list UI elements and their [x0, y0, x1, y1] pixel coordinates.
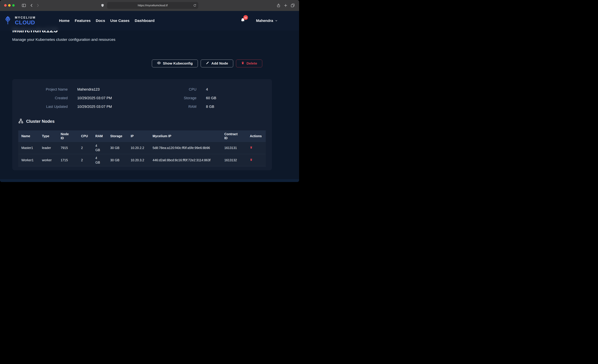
column-header-node-id: Node ID	[58, 130, 78, 142]
notifications-button[interactable]: 11	[240, 17, 245, 24]
cell-contract-id: 1613131	[221, 142, 247, 154]
add-node-label: Add Node	[211, 61, 228, 65]
created-value: 10/29/2025 03:07 PM	[77, 96, 140, 100]
back-icon[interactable]	[30, 3, 34, 8]
cluster-nodes-table: Name Type Node ID CPU RAM Storage IP Myc…	[18, 130, 266, 166]
column-header-contract-id: Contract ID	[221, 130, 247, 142]
table-header-row: Name Type Node ID CPU RAM Storage IP Myc…	[18, 130, 266, 142]
nav-item-dashboard[interactable]: Dashboard	[135, 18, 155, 23]
minimize-window-button[interactable]	[8, 4, 11, 7]
ram-label: RAM	[150, 104, 196, 109]
cell-ram: 4 GB	[92, 142, 107, 154]
footer-strip	[0, 179, 299, 182]
column-header-actions: Actions	[247, 130, 266, 142]
page-viewport: Mahendra123 Manage your Kubernetes clust…	[0, 11, 299, 182]
column-header-storage: Storage	[107, 130, 128, 142]
project-name-value: Mahendra123	[77, 87, 140, 92]
cluster-info-grid: Project Name Mahendra123 CPU 4 Created 1…	[18, 87, 266, 109]
primary-nav: Home Features Docs Use Cases Dashboard	[59, 18, 155, 23]
add-node-button[interactable]: Add Node	[201, 59, 233, 67]
logo-line-mycelium: MYCELIUM	[15, 16, 36, 19]
cell-actions	[247, 154, 266, 166]
column-header-cpu: CPU	[78, 130, 92, 142]
logo[interactable]: MYCELIUM CLOUD	[3, 16, 36, 26]
nav-item-docs[interactable]: Docs	[96, 18, 105, 23]
column-header-type: Type	[39, 130, 58, 142]
delete-node-button[interactable]	[250, 158, 253, 161]
close-window-button[interactable]	[4, 4, 7, 7]
ram-value: 8 GB	[206, 104, 266, 109]
cell-name: Master1	[18, 142, 39, 154]
cell-mycelium-ip: 5d8:78ea:a120:f40c:ff0f:a5fe:99e6:8b96	[150, 142, 221, 154]
column-header-ram: RAM	[92, 130, 107, 142]
column-header-name: Name	[18, 130, 39, 142]
mycelium-logo-icon	[3, 16, 13, 26]
storage-label: Storage	[150, 96, 196, 100]
fullscreen-window-button[interactable]	[12, 4, 15, 7]
cluster-nodes-header: Cluster Nodes	[18, 118, 266, 124]
cell-name: Worker1	[18, 154, 39, 166]
table-row-worker1: Worker1 worker 1715 2 4 GB 30 GB 10.20.3…	[18, 154, 266, 166]
column-header-ip: IP	[128, 130, 150, 142]
sidebar-toggle-icon[interactable]	[22, 3, 26, 8]
nav-item-use-cases[interactable]: Use Cases	[110, 18, 129, 23]
delete-node-button[interactable]	[250, 146, 253, 149]
last-updated-value: 10/29/2025 03:07 PM	[77, 104, 140, 109]
last-updated-label: Last Updated	[18, 104, 68, 109]
new-tab-icon[interactable]	[284, 3, 288, 8]
trash-icon	[250, 146, 253, 149]
pencil-icon	[206, 61, 209, 66]
column-header-mycelium-ip: Mycelium IP	[150, 130, 221, 142]
privacy-shield-icon[interactable]	[101, 3, 104, 8]
trash-icon	[241, 61, 244, 66]
show-kubeconfig-button[interactable]: Show Kubeconfig	[152, 59, 198, 67]
logo-line-cloud: CLOUD	[15, 20, 36, 25]
trash-icon	[250, 158, 253, 161]
notification-badge: 11	[243, 15, 248, 20]
cell-storage: 30 GB	[107, 142, 128, 154]
delete-cluster-button[interactable]: Delete	[236, 59, 262, 67]
storage-value: 60 GB	[206, 96, 266, 100]
cell-node-id: 7915	[58, 142, 78, 154]
site-navbar: MYCELIUM CLOUD Home Features Docs Use Ca…	[0, 11, 299, 31]
cell-type: worker	[39, 154, 58, 166]
cpu-value: 4	[206, 87, 266, 92]
cell-cpu: 2	[78, 142, 92, 154]
cell-node-id: 1715	[58, 154, 78, 166]
project-name-label: Project Name	[18, 87, 68, 92]
window-controls	[4, 4, 15, 7]
nav-item-home[interactable]: Home	[59, 18, 70, 23]
created-label: Created	[18, 96, 68, 100]
toolbar-right-icons	[276, 3, 295, 8]
nav-item-features[interactable]: Features	[75, 18, 91, 23]
cluster-nodes-title: Cluster Nodes	[26, 119, 54, 124]
logo-text: MYCELIUM CLOUD	[15, 16, 36, 25]
address-bar-group: https://myceliumcloud.tf	[101, 2, 198, 9]
share-icon[interactable]	[276, 3, 281, 8]
user-menu[interactable]: Mahendra	[256, 19, 278, 23]
cell-ip: 10.20.3.2	[128, 154, 150, 166]
forward-icon[interactable]	[36, 3, 40, 8]
main-content: Mahendra123 Manage your Kubernetes clust…	[0, 11, 299, 170]
browser-toolbar: https://myceliumcloud.tf	[0, 0, 299, 11]
cell-mycelium-ip: 446:d2a6:8bcd:8c16:ff0f:72e2:3114:863f	[150, 154, 221, 166]
url-text: https://myceliumcloud.tf	[138, 4, 168, 7]
cell-ram: 4 GB	[92, 154, 107, 166]
cluster-actions-row: Show Kubeconfig Add Node Delete	[12, 59, 262, 67]
navbar-right: 11 Mahendra	[240, 17, 278, 24]
cell-contract-id: 1613132	[221, 154, 247, 166]
reload-icon[interactable]	[193, 4, 197, 7]
table-row-master1: Master1 leader 7915 2 4 GB 30 GB 10.20.2…	[18, 142, 266, 154]
cell-storage: 30 GB	[107, 154, 128, 166]
cell-actions	[247, 142, 266, 154]
page-subtitle: Manage your Kubernetes cluster configura…	[12, 37, 299, 42]
browser-window: https://myceliumcloud.tf Mahendra123 Man…	[0, 0, 299, 182]
tab-overview-icon[interactable]	[291, 3, 295, 8]
cpu-label: CPU	[150, 87, 196, 92]
user-name: Mahendra	[256, 19, 273, 23]
delete-label: Delete	[247, 61, 257, 65]
cell-ip: 10.20.2.2	[128, 142, 150, 154]
eye-icon	[157, 61, 161, 66]
address-bar[interactable]: https://myceliumcloud.tf	[107, 2, 198, 9]
show-kubeconfig-label: Show Kubeconfig	[163, 61, 193, 65]
